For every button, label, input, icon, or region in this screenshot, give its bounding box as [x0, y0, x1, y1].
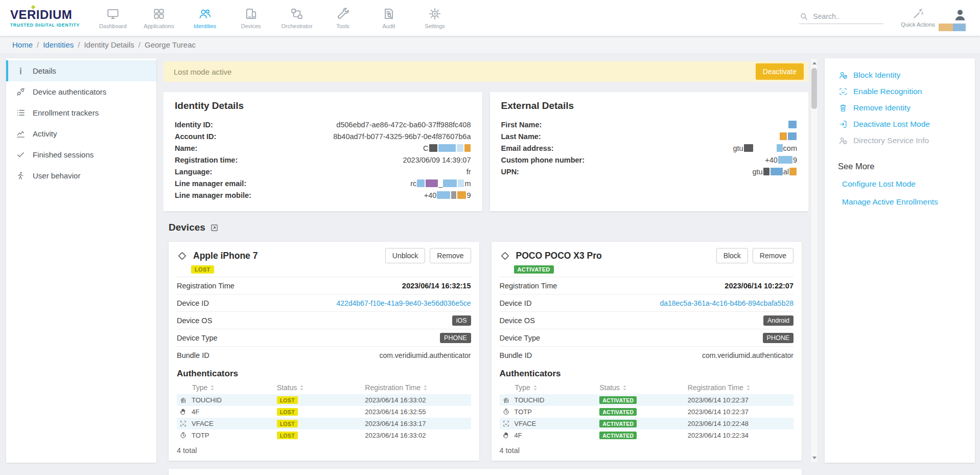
remove-button[interactable]: Remove — [753, 248, 794, 263]
sort-icon — [746, 384, 751, 391]
sidebar-item-enrollment-trackers[interactable]: Enrollment trackers — [6, 102, 156, 123]
action-enable-recognition[interactable]: Enable Recognition — [838, 87, 968, 96]
column-header-registration-time[interactable]: Registration Time — [688, 383, 794, 392]
user-menu[interactable] — [952, 7, 968, 29]
activity-icon — [15, 129, 26, 139]
sidebar-item-finished-sessions[interactable]: Finished sessions — [6, 144, 156, 165]
user-avatar-icon — [952, 7, 968, 22]
action-block-identity[interactable]: Block Identity — [838, 71, 968, 80]
nav-item-devices[interactable]: Devices — [228, 0, 274, 36]
device-field-row: Device Type PHONE — [177, 329, 471, 346]
authenticator-time: 2023/06/14 16:33:02 — [365, 432, 471, 439]
breadcrumb-item-home[interactable]: Home — [12, 40, 33, 49]
device-fields: Registration Time 2023/06/14 16:32:15 De… — [169, 277, 479, 364]
device-field-label: Device Type — [500, 334, 541, 342]
user-behavior-icon — [15, 171, 26, 180]
block-button[interactable]: Block — [716, 248, 748, 263]
field-row: Identity ID: d506ebd7-ae86-472c-ba60-37f… — [175, 119, 471, 130]
redacted-block — [457, 144, 463, 152]
sort-icon — [210, 384, 215, 391]
value-text: +40 — [765, 156, 778, 164]
breadcrumb: Home/Identities/Identity Details/George … — [12, 40, 196, 49]
field-value: 8b40ad7f-b077-4325-96b7-0e4f87607b6a — [333, 132, 471, 141]
field-label: First Name: — [501, 121, 542, 129]
table-body: TOUCHID LOST 2023/06/14 16:33:02 4F LOST… — [177, 394, 471, 441]
action-configure-lost-mode[interactable]: Configure Lost Mode — [842, 179, 968, 189]
sidebar-item-user-behavior[interactable]: User behavior — [6, 165, 156, 186]
quick-actions-button[interactable]: Quick Actions — [901, 8, 935, 28]
device-field-value: 2023/06/14 16:32:15 — [402, 282, 471, 290]
nav-item-dashboard[interactable]: Dashboard — [90, 0, 136, 36]
device-field-label: Registration Time — [177, 282, 235, 290]
authenticator-time: 2023/06/14 16:33:02 — [365, 396, 471, 404]
column-header-status[interactable]: Status — [277, 383, 365, 392]
field-value — [788, 121, 797, 128]
device-field-label: Device OS — [177, 316, 212, 325]
action-remove-identity[interactable]: Remove Identity — [838, 103, 968, 112]
tools-icon — [336, 7, 349, 20]
column-header-type[interactable]: Type — [177, 383, 277, 392]
identity-details-card: Identity Details Identity ID: d506ebd7-a… — [164, 92, 482, 211]
see-more-title: See More — [838, 162, 968, 171]
status-badge: LOST — [277, 408, 298, 416]
action-deactivate-lost-mode[interactable]: Deactivate Lost Mode — [838, 120, 968, 129]
dashboard-icon — [106, 7, 120, 20]
remove-button[interactable]: Remove — [430, 248, 471, 263]
value-text: m — [464, 179, 471, 188]
unblock-button[interactable]: Unblock — [385, 248, 426, 263]
device-field-label: Device OS — [500, 316, 535, 325]
value-text: 2023/06/09 14:39:07 — [403, 156, 471, 164]
main-scrollbar[interactable] — [810, 58, 818, 463]
redacted-block — [777, 144, 783, 152]
nav-item-tools[interactable]: Tools — [320, 0, 366, 36]
action-manage-active-enrollments[interactable]: Manage Active Enrollments — [842, 197, 968, 207]
block-identity-icon — [838, 71, 848, 80]
field-value: C — [423, 144, 471, 152]
field-row: UPN: gtual — [501, 166, 798, 177]
value-text: C — [423, 144, 428, 152]
authenticator-row: TOUCHID LOST 2023/06/14 16:33:02 — [177, 394, 471, 406]
device-field-row: Device ID 422d4b67-f10e-41a9-9e40-3e56d0… — [177, 294, 471, 311]
partial-next-card — [169, 469, 802, 475]
deactivate-lost-mode-icon — [838, 120, 848, 129]
scroll-up-button[interactable] — [811, 59, 818, 67]
redacted-block — [426, 179, 438, 187]
scrollbar-thumb[interactable] — [811, 68, 817, 109]
authenticator-time: 2023/06/14 10:22:48 — [688, 420, 794, 427]
deactivate-button[interactable]: Deactivate — [756, 63, 804, 80]
nav-item-audit[interactable]: Audit — [366, 0, 412, 36]
device-field-value[interactable]: da18ec5a-361a-4c16-b4b6-894cbafa5b28 — [660, 299, 794, 307]
external-details-card: External Details First Name: Last Name: … — [490, 92, 809, 211]
nav-item-orchestrator[interactable]: Orchestrator — [274, 0, 320, 36]
column-header-status[interactable]: Status — [599, 383, 688, 392]
expand-icon[interactable] — [210, 223, 219, 232]
device-field-row: Registration Time 2023/06/14 10:22:07 — [500, 277, 794, 294]
column-header-type[interactable]: Type — [500, 383, 600, 392]
nav-item-applications[interactable]: Applications — [136, 0, 182, 36]
redacted-block — [464, 144, 471, 152]
authenticators-title: Authenticators — [492, 364, 802, 381]
column-header-registration-time[interactable]: Registration Time — [365, 383, 471, 392]
nav-item-settings[interactable]: Settings — [412, 0, 458, 36]
authenticator-type: TOUCHID — [177, 396, 277, 404]
value-text: 9 — [466, 191, 471, 199]
sidebar-item-device-authenticators[interactable]: Device authenticators — [6, 81, 156, 102]
search-input[interactable] — [813, 12, 874, 20]
identity-actions-panel: Block Identity Enable Recognition Remove… — [825, 58, 975, 463]
redacted-block — [437, 191, 450, 199]
table-header-row: TypeStatusRegistration Time — [177, 381, 471, 394]
sidebar-item-activity[interactable]: Activity — [6, 123, 156, 144]
breadcrumb-item-identities[interactable]: Identities — [43, 40, 74, 49]
field-label: Line manager mobile: — [175, 191, 251, 199]
info-icon — [15, 66, 26, 76]
scroll-down-button[interactable] — [811, 454, 818, 462]
sidebar-item-details[interactable]: Details — [6, 60, 156, 81]
applications-icon — [152, 7, 166, 20]
authenticator-type: 4F — [500, 432, 600, 439]
device-field-value[interactable]: 422d4b67-f10e-41a9-9e40-3e56d036e5ce — [336, 299, 471, 307]
field-label: Account ID: — [175, 132, 216, 141]
nav-item-identities[interactable]: Identities — [182, 0, 228, 36]
brand-logo[interactable]: VERIDIUM TRUSTED DIGITAL IDENTITY — [10, 9, 87, 28]
devices-section-title: Devices — [169, 222, 205, 233]
search-icon[interactable] — [799, 12, 808, 21]
